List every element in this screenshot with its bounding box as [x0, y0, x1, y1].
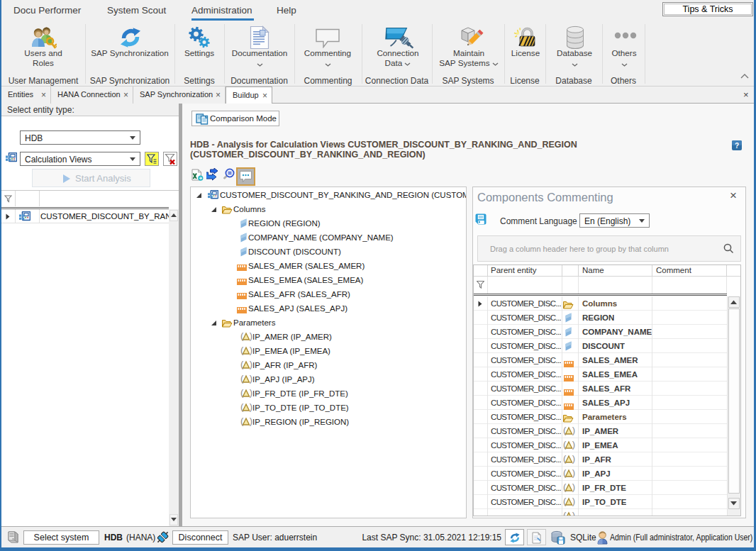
svg-text:?: ? — [735, 142, 739, 150]
